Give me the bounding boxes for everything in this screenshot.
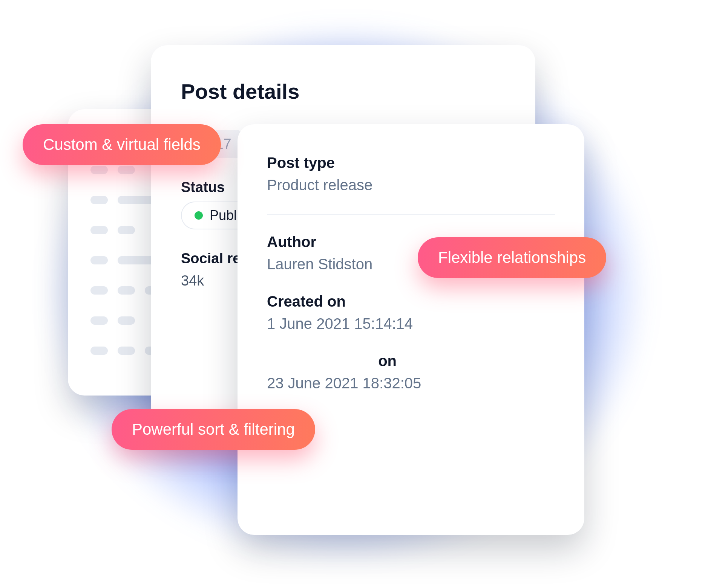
card-title: Post details	[181, 79, 505, 104]
post-meta-card: Post type Product release Author Lauren …	[238, 124, 584, 535]
feature-pill-sort-filtering[interactable]: Powerful sort & filtering	[112, 409, 315, 450]
feature-pill-flexible-relationships[interactable]: Flexible relationships	[418, 237, 606, 278]
post-type-value: Product release	[267, 177, 555, 194]
created-on-label: Created on	[267, 293, 555, 310]
updated-on-label-fragment: on	[267, 353, 555, 370]
created-on-value: 1 June 2021 15:14:14	[267, 315, 555, 332]
status-dot-icon	[195, 211, 203, 220]
updated-on-value: 23 June 2021 18:32:05	[267, 375, 555, 392]
feature-pill-custom-fields[interactable]: Custom & virtual fields	[23, 124, 221, 165]
post-type-label: Post type	[267, 154, 555, 171]
divider	[267, 214, 555, 215]
